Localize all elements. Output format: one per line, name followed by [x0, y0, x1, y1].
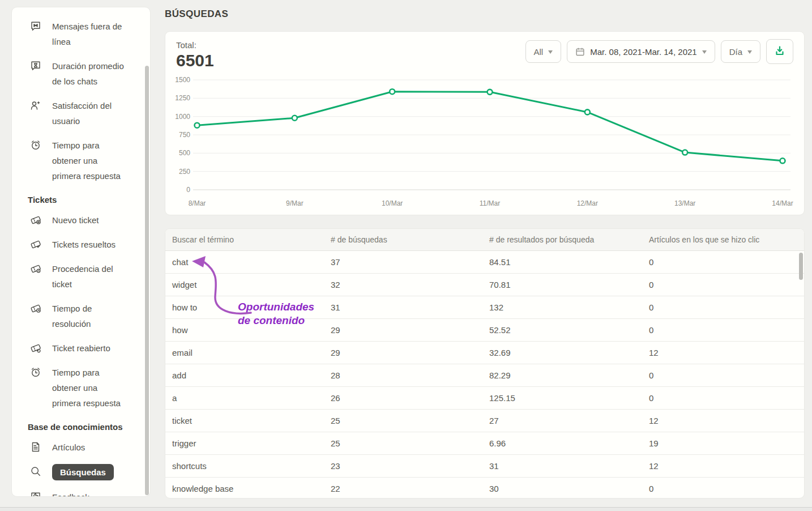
svg-text:0: 0	[186, 186, 190, 194]
search-term-cell: email	[165, 341, 324, 364]
sidebar-item-tiempo-primera-respuesta-chats[interactable]: Tiempo para obtener una primera respuest…	[12, 133, 150, 188]
sidebar-item-feedback[interactable]: Feedback	[12, 485, 150, 497]
svg-text:10/Mar: 10/Mar	[382, 199, 403, 207]
table-row: ticket252712	[165, 409, 804, 432]
sidebar-item-label: Mensajes fuera de línea	[52, 19, 127, 49]
value-cell: 32.69	[482, 341, 642, 364]
search-term-cell: trigger	[165, 432, 324, 454]
svg-text:500: 500	[179, 149, 190, 157]
value-cell: 25	[324, 409, 482, 432]
sidebar-section-label: Base de conocimientos	[12, 415, 150, 435]
value-cell: 0	[642, 386, 804, 409]
svg-text:1250: 1250	[175, 94, 190, 102]
data-point-10/Mar	[390, 89, 395, 94]
annotation-arrow-icon	[189, 254, 259, 328]
table-row: a26125.150	[165, 386, 804, 409]
svg-text:13/Mar: 13/Mar	[674, 199, 695, 207]
table-row: widget3270.810	[165, 273, 804, 296]
value-cell: 23	[324, 454, 482, 477]
sidebar-item-label: Ticket reabierto	[52, 340, 127, 356]
sidebar-item-procedencia-ticket[interactable]: Procedencia del ticket	[12, 257, 150, 296]
data-point-11/Mar	[488, 90, 493, 95]
ticket-new-icon	[30, 214, 41, 225]
value-cell: 29	[324, 341, 482, 364]
sidebar-item-satisfaccion-usuario[interactable]: Satisfacción del usuario	[12, 93, 150, 133]
value-cell: 37	[324, 250, 482, 273]
table-row: chat3784.510	[165, 250, 804, 273]
value-cell: 12	[642, 454, 804, 477]
sidebar-item-tickets-resueltos[interactable]: Tickets resueltos	[12, 232, 150, 257]
value-cell: 84.51	[482, 250, 642, 273]
value-cell: 26	[324, 386, 482, 409]
offline-messages-icon	[30, 20, 41, 32]
value-cell: 0	[642, 296, 804, 318]
table-scrollbar-thumb[interactable]	[799, 253, 803, 280]
feedback-icon	[30, 491, 41, 497]
sidebar-item-ticket-reabierto[interactable]: Ticket reabierto	[12, 336, 150, 360]
value-cell: 132	[482, 296, 642, 318]
page-title: BÚSQUEDAS	[165, 8, 228, 20]
column-header: # de resultados por búsqueda	[482, 229, 642, 250]
ticket-reopened-icon	[30, 342, 41, 354]
value-cell: 29	[324, 318, 482, 341]
data-point-12/Mar	[585, 109, 590, 114]
sidebar-item-label: Tiempo para obtener una primera respuest…	[52, 365, 127, 411]
horizontal-scrollbar-track[interactable]	[0, 507, 812, 511]
sidebar-item-label: Artículos	[52, 440, 127, 455]
sidebar-item-tiempo-resolucion[interactable]: Tiempo de resolución	[12, 296, 150, 336]
searches-line-chart: 02505007501000125015008/Mar9/Mar10/Mar11…	[165, 32, 805, 216]
column-header: # de búsquedas	[324, 229, 482, 250]
ticket-resolution-time-icon	[30, 303, 41, 314]
value-cell: 25	[324, 432, 482, 454]
data-point-13/Mar	[682, 150, 687, 155]
value-cell: 6.96	[482, 432, 642, 454]
value-cell: 70.81	[482, 273, 642, 296]
sidebar-item-label: Feedback	[52, 489, 127, 497]
sidebar-item-tiempo-primera-respuesta-tickets[interactable]: Tiempo para obtener una primera respuest…	[12, 360, 150, 415]
search-icon	[30, 466, 41, 477]
search-term-cell: knowledge base	[165, 477, 324, 499]
value-cell: 30	[482, 477, 642, 499]
search-term-cell: shortcuts	[165, 454, 324, 477]
table-row: knowledge base22300	[165, 477, 804, 499]
sidebar: Mensajes fuera de líneaDuración promedio…	[11, 7, 151, 497]
value-cell: 19	[642, 432, 804, 454]
articles-icon	[30, 441, 41, 453]
value-cell: 22	[324, 477, 482, 499]
sidebar-item-busquedas[interactable]: Búsquedas	[12, 459, 150, 485]
column-header: Artículos en los que se hizo clic	[642, 229, 804, 250]
value-cell: 0	[642, 318, 804, 341]
column-header: Buscar el término	[165, 229, 324, 250]
value-cell: 82.29	[482, 364, 642, 386]
sidebar-item-label: Búsquedas	[52, 464, 114, 480]
search-terms-table: Buscar el término# de búsquedas# de resu…	[165, 229, 804, 499]
sidebar-item-nuevo-ticket[interactable]: Nuevo ticket	[12, 208, 150, 232]
ticket-source-icon	[30, 263, 41, 274]
table-row: email2932.6912	[165, 341, 804, 364]
first-response-time-icon	[30, 367, 41, 378]
data-point-14/Mar	[780, 158, 785, 163]
svg-text:9/Mar: 9/Mar	[286, 199, 304, 207]
svg-text:1500: 1500	[175, 76, 190, 84]
sidebar-item-label: Duración promedio de los chats	[52, 58, 127, 89]
value-cell: 0	[642, 477, 804, 499]
value-cell: 125.15	[482, 386, 642, 409]
value-cell: 31	[324, 296, 482, 318]
svg-text:14/Mar: 14/Mar	[772, 199, 793, 207]
sidebar-item-articulos[interactable]: Artículos	[12, 435, 150, 459]
sidebar-item-mensajes-fuera-de-linea[interactable]: Mensajes fuera de línea	[12, 14, 150, 54]
sidebar-nav: Mensajes fuera de líneaDuración promedio…	[12, 7, 150, 497]
svg-text:1000: 1000	[175, 113, 190, 121]
value-cell: 0	[642, 250, 804, 273]
sidebar-item-label: Satisfacción del usuario	[52, 98, 127, 129]
value-cell: 28	[324, 364, 482, 386]
table-row: shortcuts233112	[165, 454, 804, 477]
value-cell: 27	[482, 409, 642, 432]
data-point-8/Mar	[195, 123, 200, 128]
sidebar-scrollbar-thumb[interactable]	[145, 66, 149, 495]
search-terms-table-card: Buscar el término# de búsquedas# de resu…	[165, 228, 805, 499]
sidebar-item-duracion-promedio-chats[interactable]: Duración promedio de los chats	[12, 54, 150, 93]
value-cell: 0	[642, 273, 804, 296]
svg-text:12/Mar: 12/Mar	[577, 199, 598, 207]
table-row: trigger256.9619	[165, 432, 804, 454]
